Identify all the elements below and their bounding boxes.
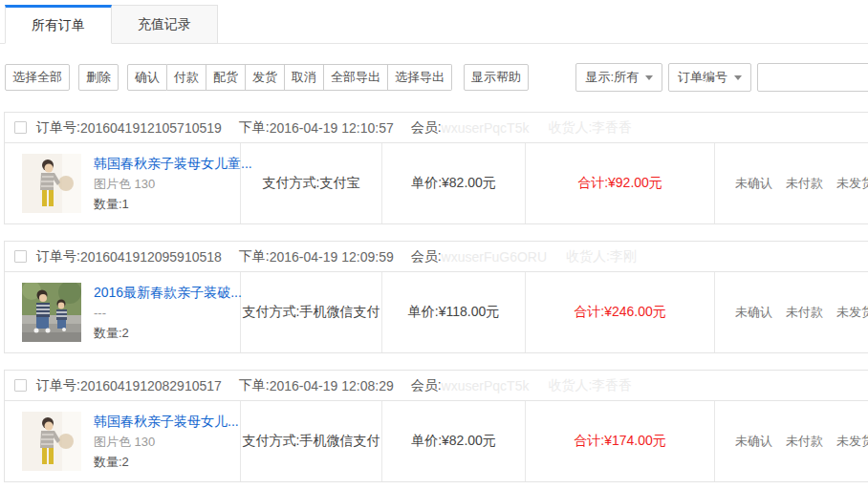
show-help-button[interactable]: 显示帮助 <box>464 64 529 91</box>
order-status-cell: 未确认 未付款 未发货 <box>715 401 868 481</box>
unit-price-cell: 单价:¥82.00元 <box>382 143 526 223</box>
placed-label: 下单: <box>239 377 270 394</box>
status-unconfirmed: 未确认 <box>735 304 772 321</box>
product-cell: 2016最新春款亲子装破... --- 数量:2 <box>5 272 241 352</box>
product-variant: --- <box>94 303 242 323</box>
status-unpaid: 未付款 <box>786 433 823 450</box>
caret-down-icon <box>645 75 653 80</box>
order-header: 订单号:2016041912105710519 下单:2016-04-19 12… <box>4 112 868 143</box>
export-all-button[interactable]: 全部导出 <box>324 64 388 91</box>
product-info: 2016最新春款亲子装破... --- 数量:2 <box>94 283 242 343</box>
payment-method-cell: 支付方式:支付宝 <box>241 143 382 223</box>
order-no-label: 订单号: <box>36 248 80 266</box>
order-checkbox[interactable] <box>14 121 27 134</box>
status-unpaid: 未付款 <box>786 304 823 321</box>
member-value: wxuserPqcT5k <box>442 120 530 136</box>
product-title-link[interactable]: 韩国春秋亲子装母女儿... <box>94 412 239 432</box>
order-checkbox[interactable] <box>14 250 27 263</box>
status-unshipped: 未发货 <box>836 175 868 192</box>
product-info: 韩国春秋亲子装母女儿... 图片色 130 数量:2 <box>94 412 239 472</box>
placed-value: 2016-04-19 12:08:29 <box>270 378 394 393</box>
status-unpaid: 未付款 <box>786 175 823 192</box>
caret-down-icon <box>734 75 742 80</box>
placed-label: 下单: <box>239 248 270 266</box>
order-detail-row: 韩国春秋亲子装母女儿童... 图片色 130 数量:1 支付方式:支付宝 单价:… <box>4 142 868 224</box>
member-label: 会员: <box>411 119 442 137</box>
select-all-button[interactable]: 选择全部 <box>5 64 70 91</box>
tab-recharge-records[interactable]: 充值记录 <box>112 5 218 44</box>
order-search-input[interactable] <box>757 63 868 92</box>
order-no-label: 订单号: <box>36 119 80 137</box>
order-total-cell: 合计:¥174.00元 <box>526 401 715 481</box>
product-info: 韩国春秋亲子装母女儿童... 图片色 130 数量:1 <box>94 154 252 214</box>
product-quantity: 数量:2 <box>94 452 239 472</box>
unit-price-cell: 单价:¥82.00元 <box>382 401 526 481</box>
product-variant: 图片色 130 <box>94 174 252 194</box>
unit-price-cell: 单价:¥118.00元 <box>382 272 526 352</box>
toolbar-filters: 显示:所有 订单编号 <box>570 63 868 92</box>
product-image[interactable] <box>22 154 81 213</box>
placed-value: 2016-04-19 12:09:59 <box>270 249 394 265</box>
status-unconfirmed: 未确认 <box>735 433 772 450</box>
order-list: 订单号:2016041912105710519 下单:2016-04-19 12… <box>0 112 868 482</box>
product-title-link[interactable]: 2016最新春款亲子装破... <box>94 283 242 303</box>
export-selected-button[interactable]: 选择导出 <box>388 64 452 91</box>
pay-button[interactable]: 付款 <box>167 64 206 91</box>
order-block: 订单号:2016041912082910517 下单:2016-04-19 12… <box>4 370 868 482</box>
member-label: 会员: <box>411 248 442 266</box>
product-image[interactable] <box>22 283 81 342</box>
ship-button[interactable]: 发货 <box>246 64 285 91</box>
confirm-button[interactable]: 确认 <box>127 64 167 91</box>
product-cell: 韩国春秋亲子装母女儿... 图片色 130 数量:2 <box>5 401 241 481</box>
order-detail-row: 2016最新春款亲子装破... --- 数量:2 支付方式:手机微信支付 单价:… <box>4 271 868 353</box>
payment-method-cell: 支付方式:手机微信支付 <box>241 272 382 352</box>
display-filter-dropdown[interactable]: 显示:所有 <box>575 63 662 92</box>
cancel-button[interactable]: 取消 <box>285 64 324 91</box>
member-value: wxuserPqcT5k <box>442 378 530 393</box>
member-label: 会员: <box>411 377 442 394</box>
order-status-cell: 未确认 未付款 未发货 <box>715 272 868 352</box>
status-unshipped: 未发货 <box>836 433 868 450</box>
order-block: 订单号:2016041912095910518 下单:2016-04-19 12… <box>4 241 868 353</box>
order-no-value: 2016041912095910518 <box>80 249 222 265</box>
order-no-label: 订单号: <box>36 377 80 394</box>
receiver-value: 收货人:李香香 <box>548 119 632 137</box>
order-detail-row: 韩国春秋亲子装母女儿... 图片色 130 数量:2 支付方式:手机微信支付 单… <box>4 400 868 482</box>
order-status-cell: 未确认 未付款 未发货 <box>715 143 868 223</box>
search-field-label: 订单编号 <box>678 64 727 91</box>
order-no-value: 2016041912105710519 <box>80 120 222 136</box>
order-total-cell: 合计:¥92.00元 <box>526 143 715 223</box>
order-checkbox[interactable] <box>14 379 27 392</box>
toolbar: 选择全部 删除 确认 付款 配货 发货 取消 全部导出 选择导出 显示帮助 显示… <box>0 63 868 92</box>
display-filter-label: 显示:所有 <box>585 64 639 91</box>
status-unshipped: 未发货 <box>836 304 868 321</box>
delete-button[interactable]: 删除 <box>78 64 119 91</box>
order-block: 订单号:2016041912105710519 下单:2016-04-19 12… <box>4 112 868 224</box>
member-value: wxuserFuG6ORU <box>442 249 547 265</box>
product-image[interactable] <box>22 412 81 471</box>
order-actions-group: 确认 付款 配货 发货 取消 全部导出 选择导出 <box>127 64 452 91</box>
tab-bar: 所有订单 充值记录 <box>0 0 868 44</box>
tab-all-orders[interactable]: 所有订单 <box>5 5 112 44</box>
receiver-value: 收货人:李香香 <box>548 377 632 394</box>
placed-label: 下单: <box>239 119 270 137</box>
allocate-button[interactable]: 配货 <box>206 64 246 91</box>
product-quantity: 数量:2 <box>94 323 242 343</box>
status-unconfirmed: 未确认 <box>735 175 772 192</box>
order-header: 订单号:2016041912095910518 下单:2016-04-19 12… <box>4 241 868 272</box>
receiver-value: 收货人:李刚 <box>566 248 637 266</box>
product-cell: 韩国春秋亲子装母女儿童... 图片色 130 数量:1 <box>5 143 241 223</box>
order-header: 订单号:2016041912082910517 下单:2016-04-19 12… <box>4 370 868 401</box>
product-quantity: 数量:1 <box>94 194 252 214</box>
order-no-value: 2016041912082910517 <box>80 378 222 393</box>
payment-method-cell: 支付方式:手机微信支付 <box>241 401 382 481</box>
product-title-link[interactable]: 韩国春秋亲子装母女儿童... <box>94 154 252 174</box>
order-total-cell: 合计:¥246.00元 <box>526 272 715 352</box>
placed-value: 2016-04-19 12:10:57 <box>270 120 394 136</box>
product-variant: 图片色 130 <box>94 432 239 452</box>
search-field-dropdown[interactable]: 订单编号 <box>668 63 751 92</box>
